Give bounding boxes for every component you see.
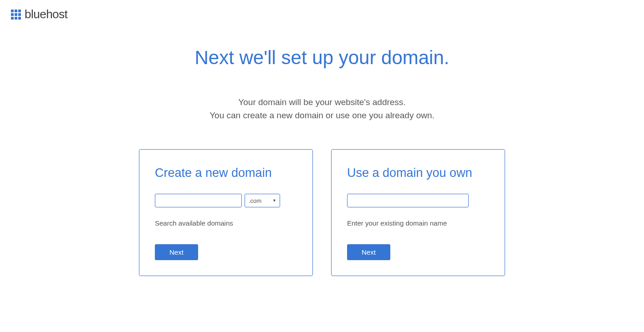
new-domain-input[interactable]: [155, 194, 242, 207]
page-title: Next we'll set up your domain.: [94, 47, 550, 69]
existing-domain-next-button[interactable]: Next: [347, 244, 390, 260]
existing-domain-hint: Enter your existing domain name: [347, 219, 489, 227]
page-subtitle: Your domain will be your website's addre…: [94, 96, 550, 122]
main-content: Next we'll set up your domain. Your doma…: [94, 29, 550, 276]
subtitle-line-2: You can create a new domain or use one y…: [94, 109, 550, 122]
create-domain-next-button[interactable]: Next: [155, 244, 198, 260]
create-domain-input-row: .com ▼: [155, 194, 297, 207]
create-domain-card: Create a new domain .com ▼ Search availa…: [139, 149, 313, 276]
existing-domain-input[interactable]: [347, 194, 469, 207]
domain-cards-row: Create a new domain .com ▼ Search availa…: [94, 149, 550, 276]
subtitle-line-1: Your domain will be your website's addre…: [94, 96, 550, 109]
existing-domain-title: Use a domain you own: [347, 166, 489, 180]
brand-name: bluehost: [25, 7, 67, 21]
bluehost-grid-icon: [11, 10, 21, 20]
existing-domain-card: Use a domain you own Enter your existing…: [331, 149, 505, 276]
tld-select[interactable]: .com: [245, 194, 280, 207]
existing-domain-input-row: [347, 194, 489, 207]
create-domain-title: Create a new domain: [155, 166, 297, 180]
header: bluehost: [0, 0, 644, 29]
create-domain-hint: Search available domains: [155, 219, 297, 227]
